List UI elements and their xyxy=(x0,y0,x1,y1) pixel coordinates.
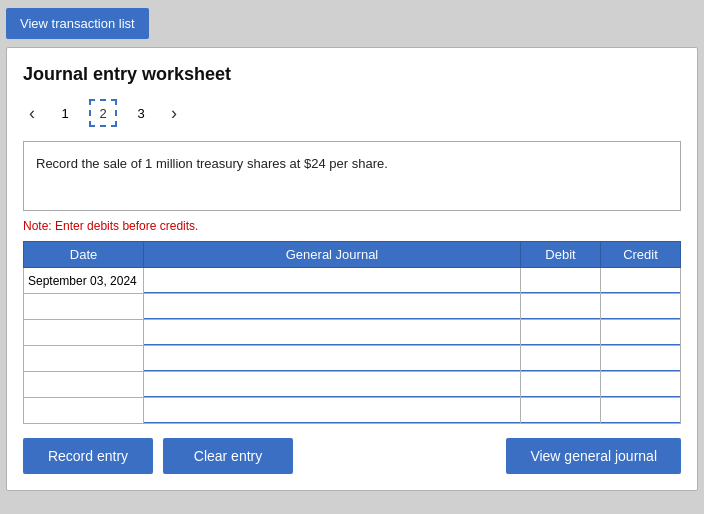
clear-entry-button[interactable]: Clear entry xyxy=(163,438,293,474)
step-3[interactable]: 3 xyxy=(127,99,155,127)
note-text: Note: Enter debits before credits. xyxy=(23,219,681,233)
debit-input[interactable] xyxy=(521,398,600,423)
date-input[interactable] xyxy=(28,296,139,317)
date-input[interactable] xyxy=(28,374,139,395)
credit-cell xyxy=(601,268,681,294)
credit-input[interactable] xyxy=(601,320,680,345)
debit-input[interactable] xyxy=(521,268,600,293)
step-2[interactable]: 2 xyxy=(89,99,117,127)
table-row xyxy=(24,346,681,372)
credit-cell xyxy=(601,320,681,346)
date-cell: September 03, 2024 xyxy=(24,268,144,294)
journal-input[interactable] xyxy=(144,320,520,345)
debit-cell xyxy=(521,346,601,372)
date-cell xyxy=(24,346,144,372)
credit-input[interactable] xyxy=(601,346,680,371)
date-cell xyxy=(24,372,144,398)
date-cell xyxy=(24,320,144,346)
instruction-text: Record the sale of 1 million treasury sh… xyxy=(23,141,681,211)
view-general-journal-button[interactable]: View general journal xyxy=(506,438,681,474)
col-header-debit: Debit xyxy=(521,242,601,268)
journal-input[interactable] xyxy=(144,372,520,397)
record-entry-button[interactable]: Record entry xyxy=(23,438,153,474)
step-1[interactable]: 1 xyxy=(51,99,79,127)
debit-input[interactable] xyxy=(521,372,600,397)
table-row xyxy=(24,372,681,398)
prev-step-button[interactable]: ‹ xyxy=(23,101,41,126)
journal-cell xyxy=(144,320,521,346)
journal-input[interactable] xyxy=(144,398,520,423)
credit-input[interactable] xyxy=(601,398,680,423)
debit-cell xyxy=(521,268,601,294)
date-cell xyxy=(24,398,144,424)
date-input[interactable] xyxy=(28,400,139,421)
journal-cell xyxy=(144,294,521,320)
date-input[interactable] xyxy=(28,348,139,369)
col-header-journal: General Journal xyxy=(144,242,521,268)
journal-input[interactable] xyxy=(144,346,520,371)
view-transaction-button[interactable]: View transaction list xyxy=(6,8,149,39)
journal-input[interactable] xyxy=(144,294,520,319)
date-input[interactable] xyxy=(28,322,139,343)
journal-cell xyxy=(144,398,521,424)
table-row xyxy=(24,398,681,424)
date-cell xyxy=(24,294,144,320)
page-title: Journal entry worksheet xyxy=(23,64,681,85)
table-row: September 03, 2024 xyxy=(24,268,681,294)
table-row xyxy=(24,294,681,320)
credit-cell xyxy=(601,346,681,372)
step-navigation: ‹ 1 2 3 › xyxy=(23,99,681,127)
credit-input[interactable] xyxy=(601,294,680,319)
debit-cell xyxy=(521,320,601,346)
credit-input[interactable] xyxy=(601,268,680,293)
debit-input[interactable] xyxy=(521,346,600,371)
credit-cell xyxy=(601,294,681,320)
journal-input[interactable] xyxy=(144,268,520,293)
debit-input[interactable] xyxy=(521,294,600,319)
journal-cell xyxy=(144,372,521,398)
debit-cell xyxy=(521,398,601,424)
col-header-credit: Credit xyxy=(601,242,681,268)
credit-cell xyxy=(601,398,681,424)
next-step-button[interactable]: › xyxy=(165,101,183,126)
credit-cell xyxy=(601,372,681,398)
col-header-date: Date xyxy=(24,242,144,268)
debit-input[interactable] xyxy=(521,320,600,345)
journal-table: Date General Journal Debit Credit Septem… xyxy=(23,241,681,424)
journal-cell xyxy=(144,346,521,372)
table-row xyxy=(24,320,681,346)
debit-cell xyxy=(521,294,601,320)
journal-cell xyxy=(144,268,521,294)
debit-cell xyxy=(521,372,601,398)
credit-input[interactable] xyxy=(601,372,680,397)
